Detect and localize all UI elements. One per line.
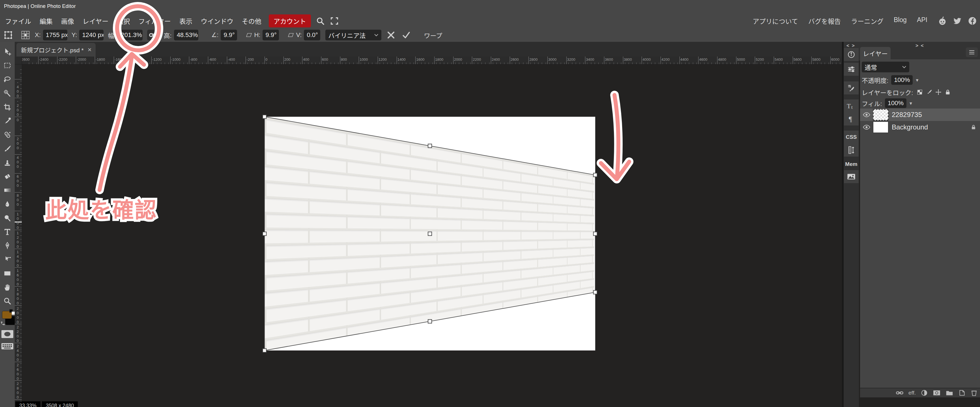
skew-h-field[interactable]: 9.9° [262,30,279,40]
x-field[interactable]: 1755 px [43,30,67,40]
effects-layer-action[interactable]: eff. [908,390,916,396]
tool-clone-stamp[interactable] [2,157,13,168]
layer-thumbnail[interactable] [873,109,888,120]
tool-move[interactable] [2,46,13,57]
panel-toggle-image[interactable] [844,170,859,183]
width-field[interactable]: 201.3% [118,30,143,40]
tool-pen[interactable] [2,240,13,251]
layer-row-Background[interactable]: Background [860,121,980,133]
swap-colors-icon[interactable] [0,320,6,326]
link-dimensions-icon[interactable] [147,30,159,40]
ruler-label: 600 [322,57,328,62]
link-about[interactable]: アプリについて [753,16,798,26]
tab-layers[interactable]: レイヤー [860,47,891,59]
opacity-dropdown-icon[interactable]: ▼ [915,78,919,82]
panel-toggle-adjustments[interactable] [844,63,859,76]
collapse-panel-control[interactable]: > < [915,43,924,49]
menu-more[interactable]: その他 [242,16,261,26]
blend-mode-select[interactable]: 通常 [862,62,909,72]
search-icon[interactable] [315,16,325,26]
menu-layer[interactable]: レイヤー [83,16,108,26]
mask-layer-action[interactable] [933,390,941,396]
ruler-tick [15,343,22,343]
lock-all-icon[interactable] [944,89,951,95]
menu-edit[interactable]: 編集 [40,16,52,26]
account-button[interactable]: アカウント [269,14,311,27]
cancel-transform-button[interactable] [385,29,397,41]
menu-file[interactable]: ファイル [5,16,31,26]
tool-path-select[interactable] [2,254,13,265]
tool-crop[interactable] [2,101,13,113]
horizontal-ruler[interactable]: -2600-2400-2200-2000-1800-1600-1400-1200… [22,57,842,65]
opacity-field[interactable]: 100% [891,75,913,85]
tool-rect-shape[interactable] [2,268,13,279]
tool-gradient[interactable] [2,185,13,196]
reddit-icon[interactable] [937,16,947,26]
new-layer-layer-action[interactable] [958,389,966,396]
fill-field[interactable]: 100% [885,98,907,108]
tool-eyedropper[interactable] [2,115,13,127]
tool-blur[interactable] [2,198,13,210]
tool-brush[interactable] [2,143,13,154]
panel-toggle-paragraph[interactable]: ¶ [844,112,859,125]
document-canvas[interactable] [264,117,595,350]
menu-filter[interactable]: フィルター [138,16,171,26]
link-learning[interactable]: ラーニング [851,16,883,26]
menu-window[interactable]: ウインドウ [201,16,234,26]
reference-point-grid[interactable] [21,30,30,40]
tool-magic-wand[interactable] [2,88,13,99]
lock-position-icon[interactable] [935,89,942,95]
menu-select[interactable]: 選択 [117,16,130,26]
vertical-ruler[interactable]: -400-20002004006008001000120014001600180… [15,65,22,407]
height-field[interactable]: 48.53% [174,30,198,40]
link-blog[interactable]: Blog [894,16,907,26]
layer-visibility-icon[interactable] [860,112,873,118]
ruler-tick [321,57,321,65]
adjustment-layer-action[interactable] [921,389,928,396]
layer-row-22829735[interactable]: 22829735 [860,109,980,121]
y-field[interactable]: 1240 px [79,30,103,40]
panel-toggle-character[interactable]: Tt [844,100,859,112]
quick-mask-icon[interactable] [2,330,13,338]
keyboard-shortcuts-icon[interactable] [1,342,14,350]
tool-spot-heal[interactable] [2,129,13,141]
lock-pixels-icon[interactable] [926,89,932,95]
interpolation-select[interactable]: バイリニア法 [325,30,381,40]
layer-visibility-icon[interactable] [860,124,873,130]
folder-layer-action[interactable] [945,390,953,396]
zoom-level[interactable]: 33.33% [15,401,40,407]
tool-type[interactable] [2,226,13,238]
menu-view[interactable]: 表示 [179,16,192,26]
tool-rect-select[interactable] [2,60,13,71]
tool-hand[interactable] [2,282,13,293]
tool-dodge[interactable] [2,212,13,223]
panel-toggle-css[interactable]: CSS [844,131,859,144]
delete-layer-action[interactable] [970,389,978,396]
twitter-icon[interactable] [952,16,963,26]
panel-toggle-measure[interactable] [844,144,859,157]
tab-close-icon[interactable]: × [88,46,92,54]
link-layer-action[interactable] [896,390,904,396]
skew-v-field[interactable]: 0.0° [304,30,320,40]
lock-transparency-icon[interactable] [916,89,923,95]
fullscreen-icon[interactable] [329,16,339,26]
panel-menu-icon[interactable] [966,48,978,57]
tool-lasso[interactable] [2,74,13,85]
link-report-bug[interactable]: バグを報告 [808,16,841,26]
panel-toggle-info[interactable] [844,48,859,61]
tool-zoom[interactable] [2,295,13,307]
document-tab[interactable]: 新規プロジェクト.psd * × [16,43,95,57]
panel-toggle-tool-settings[interactable] [844,81,859,94]
collapse-strip-control[interactable]: < > [846,43,855,49]
link-api[interactable]: API [917,16,928,26]
document-size: 3508 x 2480 [42,401,78,407]
angle-field[interactable]: 9.9° [221,30,237,40]
warp-button[interactable]: ワープ [424,30,442,40]
confirm-transform-button[interactable] [401,29,412,41]
layer-thumbnail[interactable] [873,122,888,133]
fill-dropdown-icon[interactable]: ▼ [909,101,913,106]
panel-toggle-memory[interactable]: Mem [844,159,859,169]
tool-eraser[interactable] [2,171,13,182]
menu-image[interactable]: 画像 [61,16,74,26]
facebook-icon[interactable] [967,16,977,26]
